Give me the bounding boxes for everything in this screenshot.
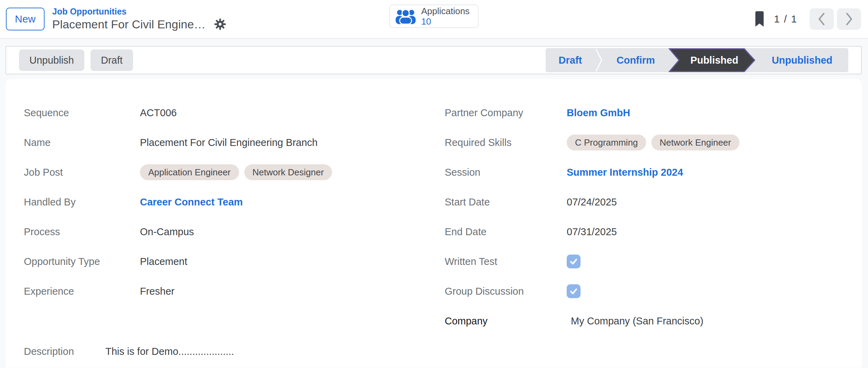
- check-icon: [569, 257, 578, 266]
- stage-published-active[interactable]: Published: [669, 48, 756, 72]
- field-written-test: Written Test: [445, 247, 848, 276]
- chevron-right-icon: [844, 12, 854, 26]
- stage-confirm[interactable]: Confirm: [603, 48, 669, 72]
- unpublish-button[interactable]: Unpublish: [19, 49, 84, 71]
- session-link[interactable]: Summer Internship 2024: [567, 167, 683, 178]
- description-value: This is for Demo....................: [105, 346, 234, 357]
- stage-separator-icon: [595, 48, 603, 72]
- chevron-left-icon: [817, 12, 827, 26]
- statusbar: Unpublish Draft Draft Confirm Published …: [6, 46, 862, 74]
- process-value: On-Campus: [140, 226, 194, 238]
- opportunity-type-value: Placement: [140, 256, 187, 267]
- previous-record-button[interactable]: [810, 8, 834, 30]
- field-partner-company: Partner Company Bloem GmbH: [445, 98, 848, 128]
- applications-count: 10: [421, 16, 431, 27]
- handled-by-link[interactable]: Career Connect Team: [140, 196, 243, 208]
- field-group-discussion: Group Discussion: [445, 276, 848, 306]
- field-experience: Experience Fresher: [24, 276, 445, 306]
- breadcrumb[interactable]: Job Opportunities: [52, 6, 226, 17]
- form-column-left: Sequence ACT006 Name Placement For Civil…: [24, 98, 445, 336]
- bookmark-icon[interactable]: [755, 11, 764, 27]
- field-handled-by: Handled By Career Connect Team: [24, 187, 445, 217]
- people-icon: [396, 8, 416, 24]
- name-value: Placement For Civil Engineering Branch: [140, 137, 318, 148]
- written-test-checkbox[interactable]: [567, 255, 581, 268]
- applications-smart-button[interactable]: Applications 10: [389, 4, 479, 28]
- pager-counter: 1 / 1: [774, 13, 798, 25]
- next-record-button[interactable]: [837, 8, 861, 30]
- field-process: Process On-Campus: [24, 217, 445, 247]
- top-header: New Job Opportunities Placement For Civi…: [0, 0, 868, 39]
- job-post-tag: Application Engineer: [140, 164, 239, 180]
- partner-company-link[interactable]: Bloem GmbH: [567, 107, 630, 119]
- job-post-tag: Network Designer: [244, 164, 332, 180]
- experience-value: Fresher: [140, 286, 174, 297]
- stage-draft[interactable]: Draft: [546, 48, 595, 72]
- field-opportunity-type: Opportunity Type Placement: [24, 247, 445, 276]
- field-job-post: Job Post Application Engineer Network De…: [24, 157, 445, 187]
- form-sheet: Sequence ACT006 Name Placement For Civil…: [6, 79, 862, 368]
- sequence-value: ACT006: [140, 107, 177, 119]
- end-date-value: 07/31/2025: [567, 226, 617, 238]
- form-column-right: Partner Company Bloem GmbH Required Skil…: [445, 98, 848, 336]
- field-required-skills: Required Skills C Programming Network En…: [445, 128, 848, 157]
- new-button[interactable]: New: [6, 8, 45, 30]
- field-end-date: End Date 07/31/2025: [445, 217, 848, 247]
- company-value: My Company (San Francisco): [571, 315, 704, 327]
- field-company: Company My Company (San Francisco): [445, 306, 848, 336]
- start-date-value: 07/24/2025: [567, 196, 617, 208]
- check-icon: [569, 287, 578, 296]
- draft-button[interactable]: Draft: [91, 49, 133, 71]
- group-discussion-checkbox[interactable]: [567, 284, 581, 298]
- applications-label: Applications: [421, 6, 470, 16]
- page-title: Placement For Civil Engine…: [52, 17, 206, 32]
- field-session: Session Summer Internship 2024: [445, 157, 848, 187]
- required-skill-tag: Network Engineer: [651, 135, 739, 150]
- field-name: Name Placement For Civil Engineering Bra…: [24, 128, 445, 157]
- stage-pipeline: Draft Confirm Published Unpublished: [546, 48, 848, 72]
- field-sequence: Sequence ACT006: [24, 98, 445, 128]
- breadcrumb-block: Job Opportunities Placement For Civil En…: [52, 6, 226, 32]
- required-skill-tag: C Programming: [567, 135, 646, 150]
- gear-icon[interactable]: [214, 18, 226, 30]
- field-start-date: Start Date 07/24/2025: [445, 187, 848, 217]
- field-description: Description This is for Demo............…: [24, 337, 848, 366]
- stage-unpublished[interactable]: Unpublished: [756, 48, 848, 72]
